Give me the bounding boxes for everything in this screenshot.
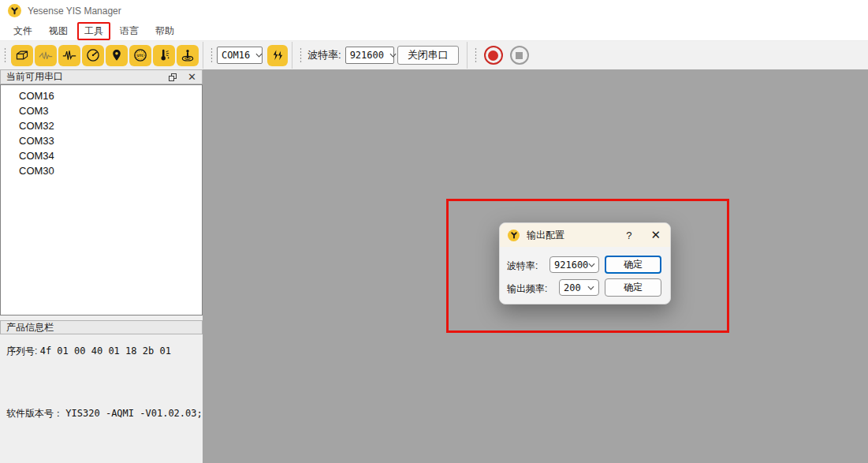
menu-file[interactable]: 文件 — [6, 22, 39, 40]
serial-number-value: 4f 01 00 40 01 18 2b 01 — [40, 345, 171, 357]
serial-number-line: 序列号: 4f 01 00 40 01 18 2b 01 — [6, 345, 171, 358]
chevron-down-icon — [587, 286, 594, 290]
record-button[interactable] — [484, 46, 503, 65]
baud-rate-label: 波特率: — [307, 48, 341, 62]
product-info-header: 产品信息栏 — [0, 320, 203, 334]
dialog-baud-label: 波特率: — [507, 260, 538, 273]
record-icon — [488, 50, 498, 61]
menu-tools[interactable]: 工具 — [77, 22, 110, 40]
product-info-panel: 序列号: 4f 01 00 40 01 18 2b 01 软件版本号： YIS3… — [0, 334, 203, 463]
dialog-baud-ok-button[interactable]: 确定 — [605, 256, 661, 274]
port-list-item[interactable]: COM30 — [1, 163, 202, 178]
menu-help[interactable]: 帮助 — [148, 22, 181, 40]
close-panel-icon[interactable]: ✕ — [188, 73, 196, 81]
port-list: COM16 COM3 COM32 COM33 COM34 COM30 — [0, 84, 203, 316]
menu-view[interactable]: 视图 — [42, 22, 75, 40]
chevron-down-icon — [389, 53, 397, 58]
port-select-value: COM16 — [222, 50, 250, 61]
dialog-freq-label: 输出频率: — [507, 282, 547, 296]
output-config-dialog: 输出配置 ? ✕ 波特率: 921600 确定 输出频率: 200 确定 — [499, 222, 671, 304]
dialog-title-bar: 输出配置 ? ✕ — [500, 223, 670, 247]
dialog-baud-select[interactable]: 921600 — [549, 256, 599, 273]
chevron-down-icon — [588, 263, 595, 267]
dialog-freq-ok-button[interactable]: 确定 — [605, 278, 661, 297]
software-version-line: 软件版本号： YIS320 -AQMI -V01.02.03; — [6, 407, 203, 420]
toolbar-drag-handle[interactable] — [299, 47, 303, 64]
ports-panel-header: 当前可用串口 ✕ — [0, 69, 203, 84]
float-panel-icon[interactable] — [169, 73, 177, 81]
stop-icon — [516, 52, 523, 59]
toolbar-separator — [292, 42, 292, 69]
toolbar-separator — [203, 42, 203, 69]
dialog-freq-value: 200 — [564, 282, 581, 293]
refresh-ports-icon[interactable] — [267, 45, 288, 66]
dialog-help-button[interactable]: ? — [626, 230, 631, 241]
waveform-icon[interactable] — [58, 45, 80, 66]
port-list-item[interactable]: COM3 — [1, 103, 202, 118]
gauge-icon[interactable] — [82, 45, 104, 66]
svg-text:UTC: UTC — [137, 54, 143, 58]
toolbar-separator — [467, 42, 468, 69]
title-bar: Yesense YIS Manager — [0, 0, 868, 21]
baud-select-value: 921600 — [350, 50, 384, 61]
close-port-button[interactable]: 关闭串口 — [397, 46, 459, 65]
port-list-item[interactable]: COM16 — [1, 88, 202, 103]
chevron-down-icon — [255, 53, 263, 58]
dialog-title: 输出配置 — [527, 229, 564, 242]
port-select[interactable]: COM16 — [217, 47, 263, 64]
cube-icon[interactable] — [11, 45, 33, 66]
dialog-freq-select[interactable]: 200 — [559, 279, 599, 296]
dialog-logo-icon — [508, 230, 520, 241]
app-logo-icon — [8, 4, 21, 17]
menu-language[interactable]: 语言 — [113, 22, 146, 40]
toolbar-drag-handle[interactable] — [474, 47, 478, 64]
waveform-light-icon[interactable] — [35, 45, 57, 66]
window-title: Yesense YIS Manager — [28, 6, 121, 17]
location-icon[interactable] — [106, 45, 128, 66]
port-list-item[interactable]: COM33 — [1, 133, 202, 148]
toolbar: UTC COM16 波特率: 921600 关闭 — [0, 41, 868, 69]
utc-clock-icon[interactable]: UTC — [129, 45, 151, 66]
port-list-item[interactable]: COM32 — [1, 118, 202, 133]
baud-select[interactable]: 921600 — [345, 47, 394, 64]
toolbar-drag-handle[interactable] — [210, 47, 214, 64]
ports-panel-title: 当前可用串口 — [6, 70, 63, 84]
product-info-title: 产品信息栏 — [6, 321, 54, 334]
serial-number-label: 序列号: — [6, 345, 37, 357]
thermometer-icon[interactable] — [153, 45, 175, 66]
toolbar-drag-handle[interactable] — [3, 47, 7, 64]
dialog-baud-value: 921600 — [554, 260, 588, 271]
software-version-value: YIS320 -AQMI -V01.02.03; — [65, 408, 202, 419]
dialog-close-icon[interactable]: ✕ — [650, 228, 661, 242]
software-version-label: 软件版本号： — [6, 408, 63, 419]
port-list-item[interactable]: COM34 — [1, 148, 202, 163]
stop-button[interactable] — [510, 46, 529, 65]
menu-bar: 文件 视图 工具 语言 帮助 — [0, 21, 868, 41]
attitude-icon[interactable] — [177, 45, 199, 66]
